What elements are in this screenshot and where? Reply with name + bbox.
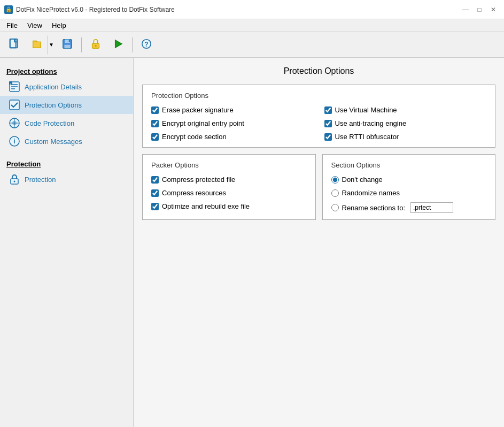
- open-dropdown-button[interactable]: ▼: [48, 35, 55, 55]
- code-protection-icon: [9, 117, 20, 129]
- section-options-radio-group: Don't change Randomize names Rename sect…: [331, 176, 487, 213]
- protection-options-panel-title: Protection Options: [151, 92, 486, 100]
- menu-bar: File View Help: [0, 19, 504, 32]
- title-bar: 🔒 DotFix NiceProtect v6.0 - Registered t…: [0, 0, 504, 19]
- section-options-panel-title: Section Options: [331, 161, 487, 169]
- radio-item-dont-change: Don't change: [331, 176, 487, 184]
- sidebar-item-protection-options[interactable]: Protection Options: [0, 96, 133, 114]
- menu-help[interactable]: Help: [48, 20, 71, 30]
- help-button[interactable]: ?: [136, 35, 157, 55]
- maximize-button[interactable]: □: [473, 4, 486, 15]
- toolbar-separator-2: [132, 37, 133, 52]
- radio-rename-sections[interactable]: [331, 204, 339, 211]
- label-dont-change: Don't change: [342, 176, 383, 184]
- new-icon: [8, 38, 20, 51]
- open-button[interactable]: [26, 35, 48, 55]
- option-compress-protected-file: Compress protected file: [151, 176, 307, 184]
- checkbox-compress-resources[interactable]: [151, 189, 159, 197]
- svg-text:?: ?: [144, 41, 148, 48]
- option-encrypt-entry-point: Encrypt original entry point: [151, 119, 314, 127]
- radio-item-rename-sections: Rename sections to:: [331, 202, 487, 213]
- option-encrypt-code-section: Encrypt code section: [151, 133, 314, 141]
- sidebar-item-code-protection[interactable]: Code Protection: [0, 114, 133, 132]
- label-erase-packer-sig: Erase packer signature: [162, 106, 234, 114]
- svg-text:i: i: [13, 138, 15, 145]
- svg-rect-4: [65, 45, 71, 48]
- new-button[interactable]: [3, 35, 25, 55]
- protection-options-icon: [9, 99, 20, 111]
- option-optimize-rebuild: Optimize and rebuild exe file: [151, 202, 307, 210]
- packer-options-panel: Packer Options Compress protected file C…: [142, 154, 316, 220]
- checkbox-rtti-obfuscator[interactable]: [324, 133, 332, 141]
- sidebar-label-code-protection: Code Protection: [25, 119, 74, 127]
- option-use-virtual-machine: Use Virtual Machine: [324, 106, 487, 114]
- protection-options-panel: Protection Options Erase packer signatur…: [142, 85, 495, 148]
- svg-text:✓: ✓: [10, 82, 12, 85]
- sidebar-section-project: Project options: [0, 63, 133, 78]
- sidebar-item-protection[interactable]: Protection: [0, 170, 133, 188]
- svg-marker-8: [115, 40, 122, 48]
- checkbox-erase-packer-sig[interactable]: [151, 106, 159, 114]
- menu-view[interactable]: View: [23, 20, 46, 30]
- radio-randomize-names[interactable]: [331, 189, 339, 197]
- label-use-virtual-machine: Use Virtual Machine: [335, 106, 397, 114]
- main-layout: Project options ✓ Application Details: [0, 58, 504, 427]
- protect-button[interactable]: [85, 35, 106, 55]
- checkbox-use-virtual-machine[interactable]: [324, 106, 332, 114]
- sidebar-item-custom-messages[interactable]: i Custom Messages: [0, 132, 133, 150]
- checkbox-anti-tracing[interactable]: [324, 120, 332, 127]
- radio-dont-change[interactable]: [331, 176, 339, 184]
- option-compress-resources: Compress resources: [151, 189, 307, 197]
- sidebar-item-app-details[interactable]: ✓ Application Details: [0, 78, 133, 96]
- toolbar-separator-1: [81, 37, 82, 52]
- checkbox-compress-protected-file[interactable]: [151, 176, 159, 184]
- label-anti-tracing: Use anti-tracing engine: [335, 119, 407, 127]
- label-compress-protected-file: Compress protected file: [162, 176, 235, 184]
- minimize-button[interactable]: —: [459, 4, 472, 15]
- svg-point-7: [95, 45, 97, 47]
- rename-sections-input[interactable]: [410, 202, 453, 213]
- checkbox-optimize-rebuild[interactable]: [151, 203, 159, 210]
- menu-file[interactable]: File: [2, 20, 22, 30]
- window-title: DotFix NiceProtect v6.0 - Registered to …: [16, 6, 175, 13]
- label-compress-resources: Compress resources: [162, 189, 226, 197]
- save-icon: [61, 38, 73, 51]
- title-bar-left: 🔒 DotFix NiceProtect v6.0 - Registered t…: [4, 5, 175, 14]
- sidebar-label-custom-messages: Custom Messages: [25, 138, 82, 146]
- svg-rect-5: [69, 40, 70, 42]
- sidebar: Project options ✓ Application Details: [0, 58, 134, 427]
- label-optimize-rebuild: Optimize and rebuild exe file: [162, 202, 250, 210]
- lock-icon: [90, 38, 102, 51]
- save-button[interactable]: [57, 35, 78, 55]
- toolbar: ▼: [0, 32, 504, 58]
- section-options-panel: Section Options Don't change Randomize n…: [322, 154, 496, 220]
- sidebar-label-protection: Protection: [25, 176, 56, 184]
- label-randomize-names: Randomize names: [342, 189, 400, 197]
- app-details-icon: ✓: [9, 81, 20, 93]
- close-button[interactable]: ✕: [487, 4, 500, 15]
- label-rtti-obfuscator: Use RTTI obfuscator: [335, 133, 399, 141]
- radio-item-randomize-names: Randomize names: [331, 189, 487, 197]
- label-encrypt-entry-point: Encrypt original entry point: [162, 119, 244, 127]
- app-icon: 🔒: [4, 5, 13, 14]
- title-bar-controls: — □ ✕: [459, 4, 500, 15]
- packer-options-list: Compress protected file Compress resourc…: [151, 176, 307, 210]
- bottom-panels: Packer Options Compress protected file C…: [142, 154, 495, 226]
- run-button[interactable]: [107, 35, 129, 55]
- option-erase-packer-sig: Erase packer signature: [151, 106, 314, 114]
- protection-icon: [9, 173, 20, 185]
- label-encrypt-code-section: Encrypt code section: [162, 133, 227, 141]
- sidebar-label-protection-options: Protection Options: [25, 101, 82, 109]
- checkbox-encrypt-entry-point[interactable]: [151, 120, 159, 127]
- run-icon: [112, 38, 124, 51]
- custom-messages-icon: i: [9, 135, 20, 147]
- help-icon: ?: [141, 38, 152, 51]
- packer-options-panel-title: Packer Options: [151, 161, 307, 169]
- option-anti-tracing: Use anti-tracing engine: [324, 119, 487, 127]
- checkbox-encrypt-code-section[interactable]: [151, 133, 159, 141]
- svg-point-25: [14, 181, 15, 182]
- page-title: Protection Options: [142, 66, 495, 76]
- label-rename-sections: Rename sections to:: [342, 204, 406, 212]
- option-rtti-obfuscator: Use RTTI obfuscator: [324, 133, 487, 141]
- sidebar-label-app-details: Application Details: [25, 83, 82, 91]
